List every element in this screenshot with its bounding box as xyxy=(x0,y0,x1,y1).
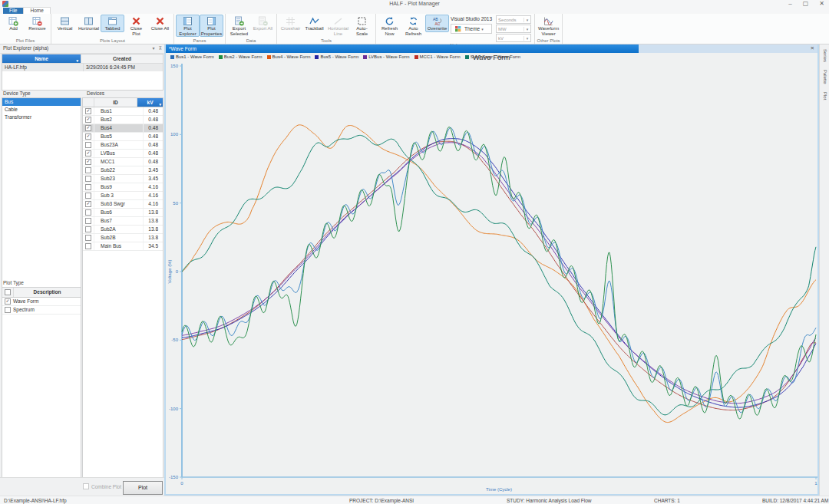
waveform-viewer-button[interactable]: Waveform Viewer xyxy=(537,15,560,37)
ribbon-group-plots-layout: VerticalHorizontalTabbedClose PlotClose … xyxy=(51,14,174,44)
overwrite-button[interactable]: ABACOverwrite xyxy=(425,15,449,32)
seconds-combobox[interactable]: Seconds▾ xyxy=(496,15,531,24)
device-type-item-transformer[interactable]: Transformer xyxy=(2,114,81,121)
checkbox[interactable] xyxy=(85,133,91,140)
device-row-main-bus[interactable]: Main Bus34.5 xyxy=(83,242,163,251)
checkbox[interactable] xyxy=(85,176,91,182)
chevron-down-icon: ▾ xyxy=(523,27,530,31)
checkbox[interactable] xyxy=(85,235,91,241)
plot-button[interactable]: Plot xyxy=(123,481,163,495)
vertical-button[interactable]: Vertical xyxy=(53,15,77,32)
device-row-sub2a[interactable]: Sub2A13.8 xyxy=(83,226,163,234)
device-type-item-bus[interactable]: Bus xyxy=(2,98,81,106)
checkbox[interactable] xyxy=(85,209,91,216)
ribbon-group-label: Plots Layout xyxy=(53,38,172,44)
close-chart-icon[interactable]: ✕ xyxy=(811,45,814,51)
add-button[interactable]: Add xyxy=(2,15,25,32)
plot-explorer-button[interactable]: Plot Explorer xyxy=(176,15,200,37)
tab-home[interactable]: Home xyxy=(23,7,50,14)
column-header-created[interactable]: Created xyxy=(81,54,163,63)
device-row-sub22[interactable]: Sub223.45 xyxy=(83,166,163,175)
checkbox[interactable] xyxy=(5,307,11,313)
device-row-bus5[interactable]: Bus50.48 xyxy=(83,133,163,141)
tab-wave-form[interactable]: *Wave Form xyxy=(166,44,639,53)
device-row-bus7[interactable]: Bus713.8 xyxy=(83,217,163,226)
close-button[interactable]: ✕ xyxy=(819,0,824,8)
status-project: PROJECT: D:\Example-ANSI xyxy=(349,498,414,503)
ribbon: AddRemovePlot FilesVerticalHorizontalTab… xyxy=(0,14,829,44)
export-selected-button[interactable]: Export Selected xyxy=(227,15,251,37)
column-header-name[interactable]: Name▾ xyxy=(2,54,81,63)
close-all-button[interactable]: Close All xyxy=(148,15,172,32)
plot-file-row[interactable]: HA-LF.hfp 3/29/2016 6:24:45 PM xyxy=(2,63,163,71)
tabbed-button[interactable]: Tabbed xyxy=(101,15,124,32)
auto-refresh-button[interactable]: Auto Refresh xyxy=(401,15,425,37)
devices-check-column-header[interactable] xyxy=(83,98,94,107)
minimize-button[interactable]: – xyxy=(788,0,791,8)
tab-file[interactable]: File xyxy=(3,8,23,14)
plot-type-row-wave-form[interactable]: Wave Form xyxy=(2,298,81,306)
ribbon-group-label: Other Plots xyxy=(537,38,560,44)
plot-type-description-header[interactable]: Description xyxy=(14,288,81,297)
devices-id-column-header[interactable]: ID xyxy=(94,98,137,107)
device-row-bus1[interactable]: Bus10.48 xyxy=(83,107,163,116)
ribbon-group-label: Data xyxy=(227,38,275,44)
checkbox[interactable] xyxy=(85,108,91,114)
series-line-bus1 xyxy=(182,127,816,413)
checkbox[interactable] xyxy=(85,226,91,232)
device-row-bus9[interactable]: Bus94.16 xyxy=(83,183,163,192)
close-plot-button[interactable]: Close Plot xyxy=(124,15,148,37)
checkbox[interactable] xyxy=(5,298,11,305)
device-row-sub23[interactable]: Sub233.45 xyxy=(83,175,163,183)
pin-icon[interactable]: ⊼ xyxy=(159,45,162,51)
close-plot-icon xyxy=(131,16,141,26)
refresh-now-button[interactable]: Refresh Now xyxy=(378,15,401,37)
auto-scale-button[interactable]: Auto-Scale xyxy=(350,15,374,37)
horizontal-button[interactable]: Horizontal xyxy=(77,15,101,32)
dock-tab-palette[interactable]: Palette xyxy=(821,67,829,87)
device-row-sub2b[interactable]: Sub2B13.8 xyxy=(83,234,163,242)
checkbox[interactable] xyxy=(85,142,91,148)
checkbox[interactable] xyxy=(85,159,91,165)
plot-type-row-spectrum[interactable]: Spectrum xyxy=(2,306,81,315)
device-row-mcc1[interactable]: MCC10.48 xyxy=(83,158,163,166)
ribbon-group-panes: Plot ExplorerPlot PropertiesPanes xyxy=(174,14,226,44)
device-row-lvbus[interactable]: LVBus0.48 xyxy=(83,150,163,158)
checkbox[interactable] xyxy=(85,150,91,156)
checkbox xyxy=(83,483,89,489)
restore-button[interactable]: ▢ xyxy=(803,0,809,8)
checkbox[interactable] xyxy=(85,117,91,123)
dock-tab-plot[interactable]: Plot xyxy=(821,89,829,103)
device-type-item-cable[interactable]: Cable xyxy=(2,106,81,114)
mw-combobox[interactable]: MW▾ xyxy=(496,25,531,33)
devices-kv-column-header[interactable]: kV▾ xyxy=(137,98,163,107)
device-row-sub-3[interactable]: Sub 34.16 xyxy=(83,192,163,200)
device-row-bus6[interactable]: Bus613.8 xyxy=(83,209,163,217)
checkbox[interactable] xyxy=(85,184,91,190)
device-row-bus23a[interactable]: Bus23A0.48 xyxy=(83,141,163,150)
checkbox[interactable] xyxy=(85,243,91,249)
checkbox[interactable] xyxy=(5,289,11,295)
checkbox[interactable] xyxy=(85,218,91,224)
trackball-label: Trackball xyxy=(305,26,323,31)
ribbon-group-alpha: Refresh NowAuto RefreshABACOverwriteVisu… xyxy=(376,14,535,44)
device-kv: 0.48 xyxy=(144,124,163,132)
checkbox[interactable] xyxy=(85,167,91,173)
ribbon-group-tools: CrosshairTrackballHorizontal LineAuto-Sc… xyxy=(277,14,376,44)
x-tick-label: 1 xyxy=(814,481,817,486)
theme-dropdown[interactable]: Theme▾ xyxy=(451,24,492,34)
plot-properties-button[interactable]: Plot Properties xyxy=(200,15,223,37)
checkbox[interactable] xyxy=(85,193,91,199)
device-row-sub3-swgr[interactable]: Sub3 Swgr4.16 xyxy=(83,200,163,209)
plot-type-check-column-header[interactable] xyxy=(2,288,14,297)
kv-combobox[interactable]: kV▾ xyxy=(496,34,531,42)
combine-plot-checkbox[interactable]: Combine Plot xyxy=(83,483,121,489)
checkbox[interactable] xyxy=(85,125,91,131)
device-row-bus2[interactable]: Bus20.48 xyxy=(83,116,163,124)
dock-tab-series[interactable]: Series xyxy=(821,46,829,65)
device-row-bus4[interactable]: Bus40.48 xyxy=(83,124,163,133)
chevron-down-icon[interactable]: ▾ xyxy=(153,45,155,51)
remove-button[interactable]: Remove xyxy=(25,15,49,32)
checkbox[interactable] xyxy=(85,201,91,207)
trackball-button[interactable]: Trackball xyxy=(302,15,326,32)
